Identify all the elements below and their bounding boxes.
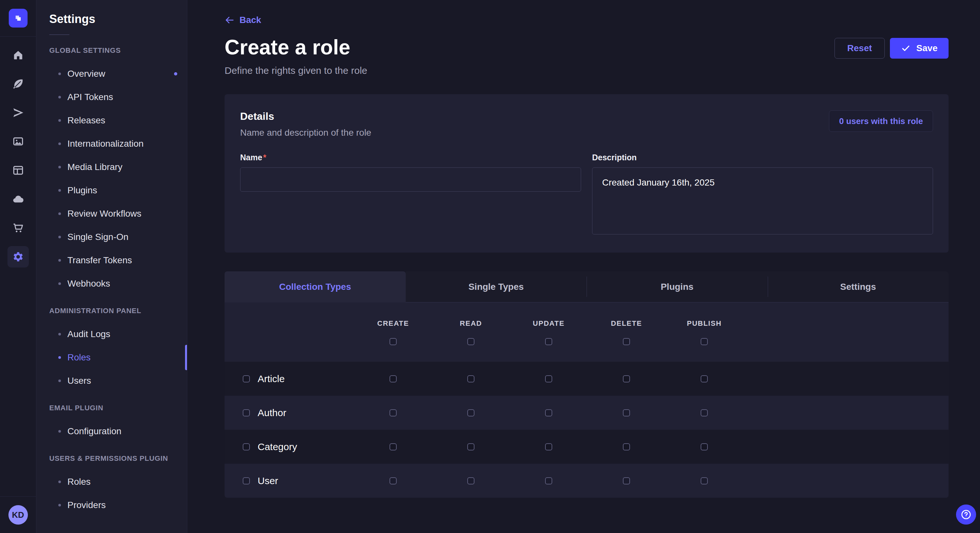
user-avatar[interactable]: KD (8, 505, 28, 525)
sidebar-title: Settings (49, 12, 187, 26)
tab-plugins[interactable]: Plugins (587, 271, 768, 303)
details-card: Details Name and description of the role… (224, 94, 948, 252)
user-publish-checkbox[interactable] (701, 477, 708, 484)
sidebar-item-label: Audit Logs (67, 329, 110, 339)
bullet-icon (58, 333, 61, 335)
category-update-checkbox[interactable] (545, 443, 552, 451)
back-link[interactable]: Back (224, 15, 261, 25)
permission-cell (432, 375, 510, 382)
article-read-checkbox[interactable] (467, 375, 474, 382)
author-publish-checkbox[interactable] (701, 409, 708, 416)
article-delete-checkbox[interactable] (623, 375, 630, 382)
details-subtitle: Name and description of the role (240, 128, 371, 138)
permission-cell (354, 477, 432, 484)
select-all-update-checkbox[interactable] (545, 338, 552, 345)
row-name-cell: Category (224, 441, 354, 452)
column-label: READ (460, 319, 482, 328)
sidebar-item-review-workflows[interactable]: Review Workflows (49, 202, 187, 225)
sidebar-section-administration-panel: ADMINISTRATION PANELAudit LogsRolesUsers (49, 306, 187, 392)
permissions-table: CREATEREADUPDATEDELETEPUBLISH ArticleAut… (224, 303, 948, 498)
rail-item-media-library[interactable] (0, 127, 36, 156)
author-delete-checkbox[interactable] (623, 409, 630, 416)
tab-collection-types[interactable]: Collection Types (224, 271, 406, 303)
rail-bottom-section: KD (0, 497, 36, 533)
save-button[interactable]: Save (890, 38, 948, 59)
user-read-checkbox[interactable] (467, 477, 474, 484)
row-author-checkbox[interactable] (243, 409, 250, 416)
sidebar-item-roles[interactable]: Roles (49, 470, 187, 493)
details-title: Details (240, 110, 371, 122)
sidebar-item-single-sign-on[interactable]: Single Sign-On (49, 225, 187, 249)
strapi-logo[interactable] (9, 9, 27, 27)
permission-row-user: User (224, 464, 948, 498)
user-update-checkbox[interactable] (545, 477, 552, 484)
row-article-checkbox[interactable] (243, 375, 250, 382)
permission-row-article: Article (224, 362, 948, 396)
rail-item-cloud[interactable] (0, 185, 36, 213)
article-publish-checkbox[interactable] (701, 375, 708, 382)
author-update-checkbox[interactable] (545, 409, 552, 416)
permission-cell (587, 375, 665, 382)
page-header: Create a role Define the rights given to… (224, 36, 948, 76)
article-update-checkbox[interactable] (545, 375, 552, 382)
rail-icon-nav (0, 36, 36, 271)
page-subtitle: Define the rights given to the role (224, 65, 367, 76)
reset-button[interactable]: Reset (835, 38, 885, 59)
sidebar-item-media-library[interactable]: Media Library (49, 155, 187, 179)
category-read-checkbox[interactable] (467, 443, 474, 451)
permission-cell (665, 443, 743, 451)
sidebar-item-plugins[interactable]: Plugins (49, 179, 187, 202)
help-button[interactable] (956, 504, 976, 525)
category-delete-checkbox[interactable] (623, 443, 630, 451)
column-header-create: CREATE (354, 303, 432, 362)
select-all-delete-checkbox[interactable] (623, 338, 630, 345)
content-type-label: Article (258, 373, 285, 384)
sidebar-item-label: Roles (67, 477, 91, 487)
sidebar-item-users[interactable]: Users (49, 369, 187, 392)
permissions-card: Collection TypesSingle TypesPluginsSetti… (224, 271, 948, 498)
rail-item-settings-gear[interactable] (0, 242, 36, 271)
sidebar-item-api-tokens[interactable]: API Tokens (49, 86, 187, 109)
author-read-checkbox[interactable] (467, 409, 474, 416)
user-create-checkbox[interactable] (390, 477, 397, 484)
article-create-checkbox[interactable] (390, 375, 397, 382)
permission-cell (432, 409, 510, 416)
sidebar-item-audit-logs[interactable]: Audit Logs (49, 322, 187, 346)
author-create-checkbox[interactable] (390, 409, 397, 416)
sidebar-item-configuration[interactable]: Configuration (49, 420, 187, 443)
sidebar-item-internationalization[interactable]: Internationalization (49, 132, 187, 155)
select-all-read-checkbox[interactable] (467, 338, 474, 345)
tab-settings[interactable]: Settings (768, 271, 949, 303)
rail-item-paper-plane[interactable] (0, 98, 36, 127)
rail-item-home[interactable] (0, 40, 36, 69)
rail-item-content-manager[interactable] (0, 156, 36, 185)
sidebar-item-transfer-tokens[interactable]: Transfer Tokens (49, 249, 187, 272)
rail-item-marketplace-cart[interactable] (0, 213, 36, 242)
bullet-icon (58, 282, 61, 285)
sidebar-section-items: OverviewAPI TokensReleasesInternationali… (49, 62, 187, 295)
row-category-checkbox[interactable] (243, 443, 250, 451)
sidebar-item-roles[interactable]: Roles (49, 346, 187, 369)
category-publish-checkbox[interactable] (701, 443, 708, 451)
description-textarea[interactable]: Created January 16th, 2025 (592, 167, 933, 235)
permission-cell (510, 409, 587, 416)
rail-item-feather[interactable] (0, 69, 36, 98)
sidebar-item-webhooks[interactable]: Webhooks (49, 272, 187, 295)
media-library-icon (12, 135, 24, 148)
sidebar-item-overview[interactable]: Overview (49, 62, 187, 86)
users-with-role-button[interactable]: 0 users with this role (829, 110, 933, 132)
sidebar-item-providers[interactable]: Providers (49, 493, 187, 517)
user-delete-checkbox[interactable] (623, 477, 630, 484)
name-input[interactable] (240, 167, 581, 192)
tab-single-types[interactable]: Single Types (406, 271, 587, 303)
row-user-checkbox[interactable] (243, 477, 250, 484)
sidebar-item-releases[interactable]: Releases (49, 109, 187, 132)
permission-cell (354, 443, 432, 451)
main-content: Back Create a role Define the rights giv… (187, 0, 980, 533)
select-all-publish-checkbox[interactable] (701, 338, 708, 345)
permission-cell (587, 443, 665, 451)
bullet-icon (58, 119, 61, 122)
select-all-create-checkbox[interactable] (390, 338, 397, 345)
column-header-delete: DELETE (587, 303, 665, 362)
category-create-checkbox[interactable] (390, 443, 397, 451)
